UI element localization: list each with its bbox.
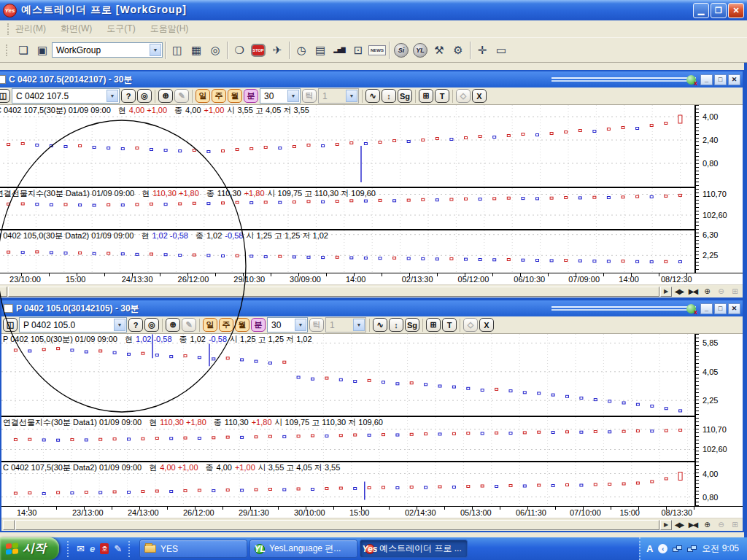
updown-icon[interactable]: ↕ — [382, 89, 396, 103]
close-chart-button[interactable]: X — [472, 89, 487, 103]
menu-screen[interactable]: 화면(W) — [61, 23, 92, 35]
menubar-grip[interactable] — [7, 23, 11, 35]
quote-table-icon[interactable]: ▦ — [187, 41, 206, 60]
close-chart-button[interactable]: X — [479, 318, 494, 332]
ie-icon[interactable]: e — [90, 543, 95, 554]
interval-combo[interactable]: 30 ▼ — [260, 88, 301, 104]
menu-tools[interactable]: 도구(T) — [107, 23, 135, 35]
chevron-down-icon[interactable]: ▼ — [150, 44, 161, 56]
hangul-icon[interactable]: 호 — [100, 543, 109, 554]
candlestick-icon[interactable]: ◫ — [0, 89, 10, 103]
task-button-yes-folder[interactable]: YES — [139, 540, 247, 558]
pens-icon[interactable]: ✎ — [114, 543, 122, 554]
chart-window-call-option[interactable]: C 0402 107.5(20142107) - 30분 x _ □ ✕ ◫ C… — [0, 70, 744, 299]
scroll-left-button[interactable] — [3, 520, 15, 530]
pencil-icon[interactable]: ✎ — [174, 89, 189, 103]
line-chart-icon[interactable]: ∿ — [365, 89, 380, 103]
restore-button[interactable]: ❐ — [711, 3, 727, 18]
help-button[interactable]: ? — [121, 89, 136, 103]
ime-indicator[interactable]: A — [646, 543, 653, 554]
crosshair-icon[interactable]: ⊕ — [166, 318, 180, 332]
chart-pane[interactable]: P 0402 105,0(30분) 01/09 09:00현1,02 -0,58… — [1, 334, 694, 416]
updown-icon[interactable]: ↕ — [389, 318, 403, 332]
window-icon[interactable]: ▭ — [492, 41, 511, 60]
zoom-out-icon[interactable]: ⊖ — [713, 286, 727, 297]
workgroup-combo[interactable]: WorkGroup ▼ — [52, 42, 163, 58]
scroll-right-button[interactable]: ▶ — [660, 520, 672, 530]
chevron-down-icon[interactable]: ▼ — [346, 90, 357, 102]
magnifier-icon[interactable]: ◎ — [137, 89, 152, 103]
scroll-right-button[interactable]: ▶ — [660, 287, 672, 297]
chart-window-put-option[interactable]: P 0402 105.0(30142105) - 30분 x _ □ ✕ ◫ P… — [0, 299, 744, 532]
network-icon[interactable] — [673, 545, 682, 553]
maximize-button[interactable]: □ — [714, 74, 727, 85]
period-week-button[interactable]: 주 — [219, 318, 233, 332]
minimize-button[interactable]: ▁ — [693, 3, 709, 18]
period-day-button[interactable]: 일 — [203, 318, 217, 332]
scroll-thumb[interactable] — [8, 287, 659, 297]
save-icon[interactable]: ▣ — [33, 41, 52, 60]
tick-count-combo[interactable]: 1 ▼ — [325, 317, 366, 332]
expand-horizontal-icon[interactable]: ◀▶ — [672, 286, 686, 297]
crosshair-icon[interactable]: ⊕ — [158, 89, 173, 103]
collapse-horizontal-icon[interactable]: ▶◀ — [686, 519, 700, 530]
scroll-left-button[interactable] — [0, 287, 7, 297]
text-tool-button[interactable]: T — [435, 89, 449, 103]
zoom-in-icon[interactable]: ⊕ — [700, 286, 713, 297]
symbol-combo[interactable]: P 0402 105.0 ▼ — [19, 317, 127, 332]
chart-pane[interactable]: C 0402 107,5(30분 Data2) 01/09 09:00현4,00… — [1, 462, 694, 506]
maximize-button[interactable]: □ — [714, 303, 727, 314]
text-tool-button[interactable]: T — [442, 318, 457, 332]
period-month-button[interactable]: 월 — [228, 89, 242, 103]
chart-titlebar[interactable]: P 0402 105.0(30142105) - 30분 x _ □ ✕ — [1, 300, 743, 316]
signal-button[interactable]: Sg — [398, 89, 412, 103]
grid-icon[interactable]: ⊞ — [727, 519, 741, 530]
chevron-down-icon[interactable]: ▼ — [114, 319, 125, 331]
magnifier-icon[interactable]: ◎ — [144, 318, 159, 332]
tick-count-combo[interactable]: 1 ▼ — [318, 88, 359, 104]
menu-manage[interactable]: 관리(M) — [15, 23, 46, 35]
minimize-button[interactable]: _ — [700, 303, 713, 314]
zoom-out-icon[interactable]: ⊖ — [713, 519, 727, 530]
chevron-down-icon[interactable]: ▼ — [353, 319, 365, 331]
close-button[interactable]: ✕ — [728, 3, 744, 18]
app-titlebar[interactable]: Yes 예스트레이더 프로 [WorkGroup] ▁ ❐ ✕ — [0, 0, 747, 20]
task-button-yestrader[interactable]: Yes 예스트레이더 프로 ... — [360, 540, 468, 558]
candlestick-icon[interactable]: ◫ — [3, 318, 18, 332]
minimize-button[interactable]: _ — [700, 74, 713, 85]
collapse-horizontal-icon[interactable]: ▶◀ — [686, 286, 700, 297]
menu-help[interactable]: 도움말(H) — [150, 23, 189, 35]
grid-layout-icon[interactable]: ⊞ — [426, 318, 441, 332]
chart-titlebar[interactable]: C 0402 107.5(20142107) - 30분 x _ □ ✕ — [0, 71, 743, 88]
period-week-button[interactable]: 주 — [212, 89, 226, 103]
toolbar-grip[interactable] — [6, 44, 9, 56]
chart-plot-area[interactable]: P 0402 105,0(30분) 01/09 09:00현1,02 -0,58… — [1, 334, 694, 506]
maximize-icon[interactable]: ✛ — [473, 41, 492, 60]
si-icon[interactable]: Si — [392, 41, 411, 60]
period-minute-button[interactable]: 분 — [251, 318, 266, 332]
yl-icon[interactable]: YL — [411, 41, 430, 60]
sheet-search-icon[interactable]: ▤ — [311, 41, 330, 60]
chevron-down-icon[interactable]: ▼ — [287, 90, 299, 102]
signal-button[interactable]: Sg — [405, 318, 419, 332]
symbol-combo[interactable]: C 0402 107.5 ▼ — [12, 88, 120, 104]
clock-chart-icon[interactable]: ◷ — [292, 41, 311, 60]
scroll-thumb[interactable] — [15, 520, 659, 530]
interval-combo[interactable]: 30 ▼ — [267, 317, 308, 332]
expand-horizontal-icon[interactable]: ◀▶ — [672, 519, 686, 530]
zoom-in-icon[interactable]: ⊕ — [700, 519, 713, 530]
chart-pane[interactable]: C 0402 107,5(30분) 01/09 09:00현4,00 +1,00… — [0, 105, 694, 187]
chart-plot-area[interactable]: C 0402 107,5(30분) 01/09 09:00현4,00 +1,00… — [0, 105, 694, 273]
chevron-down-icon[interactable]: ▼ — [107, 90, 118, 102]
period-minute-button[interactable]: 분 — [244, 89, 258, 103]
chart-pane[interactable]: 연결선물지수(30분 Data1) 01/09 09:00현110,30 +1,… — [0, 188, 694, 229]
tick-button[interactable]: 틱 — [309, 318, 324, 332]
mail-icon[interactable]: ✉ — [77, 543, 85, 554]
line-chart-icon[interactable]: ∿ — [373, 318, 387, 332]
send-order-icon[interactable]: ✈ — [268, 41, 287, 60]
bar-chart-icon[interactable]: ▂▅▇ — [330, 41, 349, 60]
doc-search-icon[interactable]: ◎ — [206, 41, 225, 60]
tray-chevron-icon[interactable]: ‹ — [658, 544, 667, 553]
gear-icon[interactable]: ⚙ — [449, 41, 468, 60]
new-file-icon[interactable]: ❏ — [14, 41, 33, 60]
